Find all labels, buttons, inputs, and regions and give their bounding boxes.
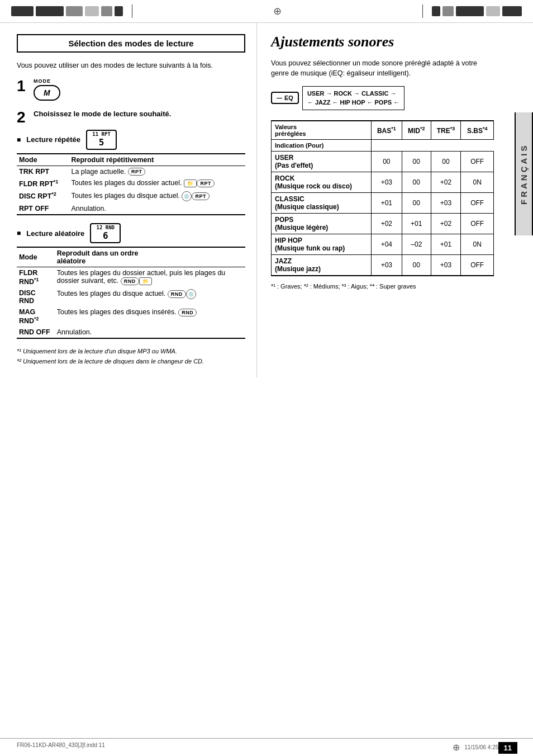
table-row: FLDR RND*1 Toutes les plages du dossier …: [17, 267, 245, 287]
rpt3-icon: RPT: [192, 192, 210, 200]
user-label: USER (Pas d'effet): [272, 151, 372, 172]
table-row: CLASSIC (Musique classique) +01 00 +03 O…: [272, 192, 494, 213]
mode-button-wrap: MODE M: [34, 78, 245, 101]
eq-table-footnote: *¹ : Graves; *² : Médiums; *³ : Aigus; *…: [271, 283, 494, 290]
section-title-box: Sélection des modes de lecture: [17, 34, 245, 53]
table-row: RND OFF Annulation.: [17, 327, 245, 338]
classic-tre: +03: [431, 192, 461, 213]
fldr-rnd-mode: FLDR RND*1: [17, 267, 55, 287]
hiphop-tre: +01: [431, 234, 461, 254]
disc-rpt-desc: Toutes les plages du disque actuel. 💿RPT: [69, 190, 245, 203]
random-table-header-row: Mode Reproduit dans un ordrealéatoire: [17, 248, 245, 267]
header-bar: ⊕: [0, 0, 533, 23]
table-row: JAZZ (Musique jazz) +03 00 +03 OFF: [272, 254, 494, 276]
pops-bas: +02: [371, 213, 402, 234]
trk-rpt-desc: La plage actuelle. RPT: [69, 166, 245, 177]
table-row: RPT OFF Annulation.: [17, 203, 245, 214]
table-row: POPS (Musique légère) +02 +01 +02 OFF: [272, 213, 494, 234]
footer-content: FR06-11KD-AR480_430[J]f.indd 11 ⊕ 11/15/…: [0, 738, 533, 756]
random-col-mode: Mode: [17, 248, 55, 267]
header-bar-r4: [486, 6, 500, 16]
disc-rnd-desc: Toutes les plages du disque actuel. RND💿: [55, 287, 245, 306]
pops-tre: +02: [431, 213, 461, 234]
jazz-bas: +03: [371, 254, 402, 276]
eq-diagram: — EQ USER → ROCK → CLASSIC → ← JAZZ ← HI…: [271, 86, 494, 110]
jazz-mid: 00: [402, 254, 431, 276]
random-title: Lecture aléatoire: [26, 229, 84, 238]
fldr-rpt-desc: Toutes les plages du dossier actuel. 📁RP…: [69, 177, 245, 190]
folder-rnd-icon: 📁: [139, 277, 153, 285]
rock-mid: 00: [402, 172, 431, 192]
eq-button[interactable]: — EQ: [271, 92, 299, 104]
folder-rpt-icon: 📁: [184, 179, 197, 187]
repeat-table: Mode Reproduit répétitivement TRK RPT La…: [17, 154, 245, 215]
repeat-section-header: ■ Lecture répétée 11 RPT 5: [17, 130, 245, 149]
classic-bas: +01: [371, 192, 402, 213]
repeat-table-outer: Mode Reproduit répétitivement TRK RPT La…: [17, 153, 245, 216]
header-bars-right: [432, 6, 522, 16]
left-column: Sélection des modes de lecture Vous pouv…: [0, 23, 257, 377]
classic-sbs: OFF: [461, 192, 494, 213]
header-bar-6: [115, 6, 123, 16]
rock-label: ROCK (Musique rock ou disco): [272, 172, 372, 192]
step-2-content: Choisissez le mode de lecture souhaité.: [34, 110, 245, 124]
eq-col-bas: BAS*1: [371, 121, 402, 140]
eq-label: EQ: [284, 94, 293, 101]
minus-icon: —: [277, 95, 282, 101]
table-row: TRK RPT La plage actuelle. RPT: [17, 166, 245, 177]
right-intro: Vous pouvez sélectionner un mode sonore …: [271, 58, 494, 78]
mag-rnd-desc: Toutes les plages des disques insérés. R…: [55, 306, 245, 327]
eq-flow-text1: USER → ROCK → CLASSIC →: [307, 89, 397, 98]
header-bar-5: [101, 6, 112, 16]
random-col-desc: Reproduit dans un ordrealéatoire: [55, 248, 245, 267]
hiphop-label: HIP HOP (Musique funk ou rap): [272, 234, 372, 254]
header-bar-3: [66, 6, 83, 16]
pops-sbs: OFF: [461, 213, 494, 234]
right-title: Ajustements sonores: [271, 34, 494, 50]
rpt2-icon: RPT: [197, 179, 215, 187]
table-row: FLDR RPT*1 Toutes les plages du dossier …: [17, 177, 245, 190]
left-intro: Vous pouvez utiliser un des modes de lec…: [17, 60, 245, 70]
eq-col-mid: MID*2: [402, 121, 431, 140]
eq-flow-box: USER → ROCK → CLASSIC → ← JAZZ ← HIP HOP…: [302, 86, 404, 110]
mode-label: MODE: [34, 78, 51, 84]
footnote-2: *² Uniquement lors de la lecture de disq…: [17, 357, 245, 367]
random-table-outer: Mode Reproduit dans un ordrealéatoire FL…: [17, 247, 245, 339]
rpt-off-desc: Annulation.: [69, 203, 245, 214]
step-2-label: Choisissez le mode de lecture souhaité.: [34, 110, 245, 118]
rock-sbs: 0N: [461, 172, 494, 192]
eq-flow-text2: ← JAZZ ← HIP HOP ← POPS ←: [307, 98, 399, 107]
table-row: HIP HOP (Musique funk ou rap) +04 –02 +0…: [272, 234, 494, 254]
user-mid: 00: [402, 151, 431, 172]
header-bar-r1: [432, 6, 440, 16]
section-title: Sélection des modes de lecture: [68, 39, 193, 48]
eq-header-indication: Indication (Pour): [272, 139, 372, 151]
right-column: Ajustements sonores Vous pouvez sélectio…: [257, 23, 533, 377]
disc-rpt-mode: DISC RPT*2: [17, 190, 69, 203]
rnd-off-mode: RND OFF: [17, 327, 55, 338]
hiphop-mid: –02: [402, 234, 431, 254]
eq-flow-line1: USER → ROCK → CLASSIC →: [307, 89, 399, 98]
rpt-off-mode: RPT OFF: [17, 203, 69, 214]
pops-mid: +01: [402, 213, 431, 234]
table-row: MAG RND*2 Toutes les plages des disques …: [17, 306, 245, 327]
footer-left: FR06-11KD-AR480_430[J]f.indd 11: [17, 742, 105, 753]
eq-col-tre: TRE*3: [431, 121, 461, 140]
table-row: ROCK (Musique rock ou disco) +03 00 +02 …: [272, 172, 494, 192]
pops-label: POPS (Musique légère): [272, 213, 372, 234]
rnd3-icon: RND: [178, 309, 197, 316]
disc-rpt-icon: 💿: [182, 191, 192, 201]
random-display-num: 6: [103, 231, 108, 241]
disc-rnd-icon: 💿: [186, 289, 196, 299]
sidebar-label: FRANÇAIS: [515, 112, 533, 235]
mag-rnd-mode: MAG RND*2: [17, 306, 55, 327]
eq-header-valeurs: Valeurspréréglées: [272, 121, 372, 140]
rpt-icon: RPT: [128, 168, 146, 176]
hiphop-bas: +04: [371, 234, 402, 254]
step-2-number: 2: [17, 110, 28, 125]
header-bar-r3: [456, 6, 484, 16]
rnd2-icon: RND: [168, 290, 186, 298]
main-content: Sélection des modes de lecture Vous pouv…: [0, 23, 533, 377]
repeat-title: Lecture répétée: [26, 135, 80, 144]
left-footnotes: *¹ Uniquement lors de la lecture d'un di…: [17, 347, 245, 366]
